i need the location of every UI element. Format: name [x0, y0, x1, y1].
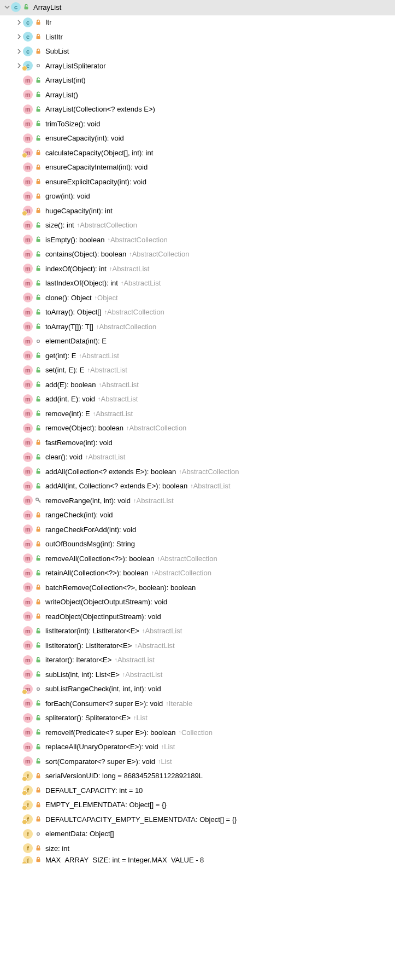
tree-row[interactable]: fDEFAULT_CAPACITY: int = 10	[0, 783, 395, 798]
tree-row[interactable]: mhugeCapacity(int): int	[0, 203, 395, 218]
tree-row[interactable]: mclone(): Object↑Object	[0, 290, 395, 305]
tree-row[interactable]: mensureExplicitCapacity(int): void	[0, 174, 395, 189]
method-icon: m	[23, 727, 33, 737]
tree-row[interactable]: madd(int, E): void↑AbstractList	[0, 392, 395, 407]
tree-row[interactable]: mtoArray(T[]): T[]↑AbstractCollection	[0, 319, 395, 334]
tree-row[interactable]: fsize: int	[0, 841, 395, 856]
tree-row[interactable]: mlistIterator(): ListIterator<E>↑Abstrac…	[0, 638, 395, 653]
tree-row[interactable]: mremove(Object): boolean↑AbstractCollect…	[0, 421, 395, 436]
svg-rect-40	[37, 587, 40, 590]
tree-row[interactable]: mcontains(Object): boolean↑AbstractColle…	[0, 247, 395, 262]
tree-row[interactable]: misEmpty(): boolean↑AbstractCollection	[0, 232, 395, 247]
tree-row[interactable]: mlastIndexOf(Object): int↑AbstractList	[0, 276, 395, 291]
public-access-icon	[34, 728, 42, 736]
tree-row[interactable]: cArrayList	[0, 0, 395, 15]
tree-row[interactable]: mbatchRemove(Collection<?>, boolean): bo…	[0, 580, 395, 595]
tree-row[interactable]: fDEFAULTCAPACITY_EMPTY_ELEMENTDATA: Obje…	[0, 812, 395, 827]
tree-row[interactable]: mremoveIf(Predicate<? super E>): boolean…	[0, 725, 395, 740]
tree-row[interactable]: msize(): int↑AbstractCollection	[0, 218, 395, 233]
tree-row[interactable]: moutOfBoundsMsg(int): String	[0, 537, 395, 552]
tree-row[interactable]: miterator(): Iterator<E>↑AbstractList	[0, 653, 395, 668]
tree-row[interactable]: msubListRangeCheck(int, int, int): void	[0, 682, 395, 697]
tree-row[interactable]: mreplaceAll(UnaryOperator<E>): void↑List	[0, 740, 395, 755]
tree-row[interactable]: mforEach(Consumer<? super E>): void↑Iter…	[0, 696, 395, 711]
tree-row[interactable]: maddAll(int, Collection<? extends E>): b…	[0, 479, 395, 494]
method-icon: m	[23, 452, 33, 462]
svg-rect-41	[37, 602, 40, 604]
method-icon: m	[23, 655, 33, 665]
public-access-icon	[34, 627, 42, 635]
tree-row[interactable]: mremove(int): E↑AbstractList	[0, 406, 395, 421]
member-label: ArrayList(Collection<? extends E>)	[45, 105, 155, 113]
tree-row[interactable]: cArrayListSpliterator	[0, 59, 395, 73]
public-access-icon	[34, 569, 42, 577]
tree-row[interactable]: fserialVersionUID: long = 86834525811228…	[0, 769, 395, 784]
private-access-icon	[34, 511, 42, 519]
chevron-right-icon[interactable]	[15, 48, 23, 55]
svg-rect-6	[37, 94, 40, 97]
member-label: remove(Object): boolean	[45, 424, 123, 432]
tree-row[interactable]: mensureCapacity(int): void	[0, 131, 395, 146]
tree-row[interactable]: cListItr	[0, 30, 395, 44]
public-access-icon	[34, 656, 42, 664]
tree-row[interactable]: mretainAll(Collection<?>): boolean↑Abstr…	[0, 566, 395, 581]
chevron-right-icon[interactable]	[15, 33, 23, 40]
tree-row[interactable]: mArrayList(Collection<? extends E>)	[0, 102, 395, 117]
svg-rect-20	[37, 297, 40, 300]
member-label: DEFAULT_CAPACITY: int = 10	[45, 786, 143, 795]
member-label: size: int	[45, 844, 69, 853]
svg-rect-33	[37, 486, 40, 488]
tree-row[interactable]: mget(int): E↑AbstractList	[0, 348, 395, 363]
tree-row[interactable]: cItr	[0, 15, 395, 30]
tree-row[interactable]: mArrayList()	[0, 88, 395, 102]
override-indicator: ↑Iterable	[166, 699, 192, 708]
tree-row[interactable]: mtoArray(): Object[]↑AbstractCollection	[0, 305, 395, 320]
public-access-icon	[34, 482, 42, 490]
chevron-down-icon[interactable]	[3, 3, 11, 11]
svg-rect-15	[37, 225, 40, 228]
tree-row[interactable]: mindexOf(Object): int↑AbstractList	[0, 261, 395, 276]
method-icon: m	[23, 119, 33, 129]
tree-row[interactable]: cSubList	[0, 44, 395, 59]
member-label: writeObject(ObjectOutputStream): void	[45, 598, 167, 606]
class-icon: c	[11, 2, 21, 12]
member-label: lastIndexOf(Object): int	[45, 279, 118, 287]
tree-row[interactable]: mArrayList(int)	[0, 73, 395, 88]
tree-row[interactable]: mcalculateCapacity(Object[], int): int	[0, 145, 395, 160]
tree-row[interactable]: mspliterator(): Spliterator<E>↑List	[0, 711, 395, 726]
tree-row[interactable]: mrangeCheck(int): void	[0, 508, 395, 523]
tree-row[interactable]: msubList(int, int): List<E>↑AbstractList	[0, 667, 395, 682]
tree-row[interactable]: maddAll(Collection<? extends E>): boolea…	[0, 464, 395, 479]
tree-row[interactable]: mwriteObject(ObjectOutputStream): void	[0, 595, 395, 610]
tree-row[interactable]: fEMPTY_ELEMENTDATA: Object[] = {}	[0, 798, 395, 813]
svg-rect-59	[37, 859, 40, 862]
method-icon: m	[23, 249, 33, 259]
tree-row[interactable]: madd(E): boolean↑AbstractList	[0, 377, 395, 392]
tree-row[interactable]: mset(int, E): E↑AbstractList	[0, 363, 395, 378]
tree-row[interactable]: fMAX_ARRAY_SIZE: int = Integer.MAX_VALUE…	[0, 856, 395, 864]
tree-row[interactable]: msort(Comparator<? super E>): void↑List	[0, 754, 395, 769]
chevron-right-icon[interactable]	[15, 19, 23, 26]
public-access-icon	[34, 366, 42, 374]
svg-rect-31	[37, 457, 40, 459]
svg-rect-18	[37, 268, 40, 271]
tree-row[interactable]: mreadObject(ObjectInputStream): void	[0, 609, 395, 624]
tree-row[interactable]: mremoveAll(Collection<?>): boolean↑Abstr…	[0, 551, 395, 566]
tree-row[interactable]: mrangeCheckForAdd(int): void	[0, 522, 395, 537]
tree-row[interactable]: mremoveRange(int, int): void↑AbstractLis…	[0, 493, 395, 508]
tree-row[interactable]: mlistIterator(int): ListIterator<E>↑Abst…	[0, 624, 395, 639]
tree-row[interactable]: mclear(): void↑AbstractList	[0, 450, 395, 465]
tree-row[interactable]: mfastRemove(int): void	[0, 435, 395, 450]
override-indicator: ↑AbstractCollection	[104, 308, 164, 316]
tree-row[interactable]: melementData(int): E	[0, 334, 395, 349]
override-indicator: ↑AbstractCollection	[129, 250, 189, 258]
tree-row[interactable]: mensureCapacityInternal(int): void	[0, 160, 395, 175]
tree-row[interactable]: mgrow(int): void	[0, 189, 395, 204]
private-access-icon	[34, 207, 42, 214]
public-access-icon	[34, 453, 42, 461]
tree-row[interactable]: felementData: Object[]	[0, 827, 395, 842]
tree-row[interactable]: mtrimToSize(): void	[0, 116, 395, 131]
override-indicator: ↑AbstractCollection	[77, 221, 137, 229]
member-label: forEach(Consumer<? super E>): void	[45, 699, 163, 708]
member-label: addAll(Collection<? extends E>): boolean	[45, 468, 176, 476]
